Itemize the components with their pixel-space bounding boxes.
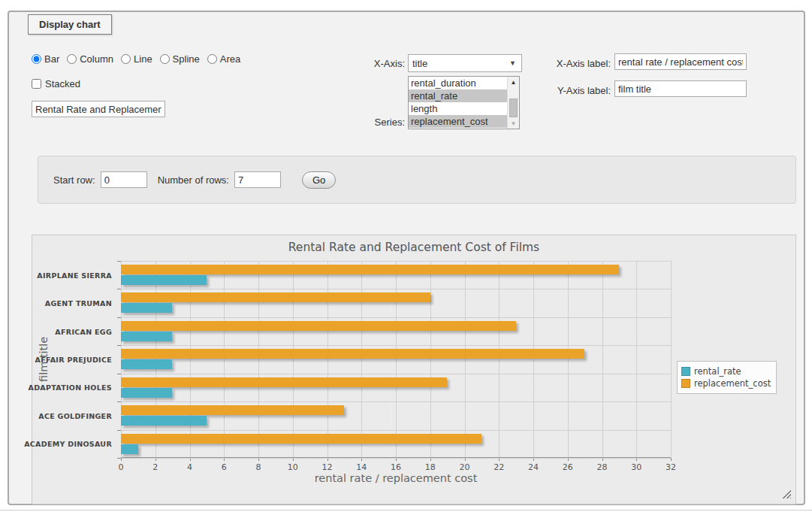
series-select-label: Series: xyxy=(348,117,405,128)
x-tick-label: 8 xyxy=(256,462,261,472)
x-axis-label-input[interactable] xyxy=(614,53,747,70)
scroll-down-icon[interactable]: ▼ xyxy=(508,118,519,129)
y-axis-label-label: Y-Axis label: xyxy=(494,85,611,96)
chart-title-input[interactable] xyxy=(32,101,165,117)
gridline xyxy=(533,261,534,457)
y-tick-mark xyxy=(117,289,121,289)
display-chart-fieldset: Display chart BarColumnLineSplineArea St… xyxy=(8,11,805,505)
category-label: AFRICAN EGG xyxy=(55,327,112,335)
series-multiselect[interactable]: rental_durationrental_ratelengthreplacem… xyxy=(408,76,520,129)
bar-replacement_cost xyxy=(121,377,447,387)
x-tick-mark xyxy=(671,458,672,461)
bar-rental_rate xyxy=(121,303,172,313)
x-axis-selected-value: title xyxy=(412,58,427,69)
x-tick-label: 10 xyxy=(288,462,298,472)
page-divider xyxy=(0,510,812,510)
series-option-rental_duration[interactable]: rental_duration xyxy=(409,77,507,89)
legend-swatch-icon xyxy=(681,379,690,388)
stacked-option[interactable]: Stacked xyxy=(32,78,80,89)
y-tick-mark xyxy=(117,458,121,459)
x-tick-label: 2 xyxy=(152,462,158,472)
bar-rental_rate xyxy=(121,332,172,341)
gridline xyxy=(121,401,671,402)
row-range-panel: Start row: Number of rows: Go xyxy=(38,156,796,204)
x-tick-label: 32 xyxy=(666,462,676,472)
y-tick-mark xyxy=(117,401,121,402)
radio-label: Area xyxy=(220,53,240,65)
radio-label: Spline xyxy=(173,53,200,65)
gridline xyxy=(430,261,431,457)
x-axis-title: rental rate / replacement cost xyxy=(315,472,478,484)
gridline xyxy=(396,261,397,457)
scrollbar-thumb[interactable] xyxy=(509,98,518,117)
radio-column[interactable] xyxy=(67,54,77,64)
x-tick-label: 28 xyxy=(597,462,608,472)
series-option-length[interactable]: length xyxy=(409,102,507,115)
y-tick-mark xyxy=(117,374,121,374)
gridline xyxy=(121,345,671,346)
legend-label: replacement_cost xyxy=(694,378,771,389)
x-tick-label: 24 xyxy=(528,462,539,472)
x-tick-label: 16 xyxy=(391,462,401,472)
gridline xyxy=(602,261,603,457)
series-option-replacement_cost[interactable]: replacement_cost xyxy=(409,115,507,128)
y-tick-mark xyxy=(117,345,121,346)
start-row-input[interactable] xyxy=(101,171,147,188)
gridline xyxy=(328,261,328,457)
bar-rental_rate xyxy=(121,359,172,369)
radio-label: Column xyxy=(80,53,113,65)
resize-handle[interactable] xyxy=(782,489,791,498)
chart-type-line[interactable]: Line xyxy=(121,53,152,65)
x-tick-label: 20 xyxy=(460,462,470,472)
bar-replacement_cost xyxy=(121,434,481,444)
legend-entry: replacement_cost xyxy=(681,378,771,389)
series-options: rental_durationrental_ratelengthreplacem… xyxy=(409,77,507,129)
legend-entry: rental_rate xyxy=(681,366,771,377)
legend-swatch-icon xyxy=(681,367,690,376)
gridline xyxy=(121,261,671,262)
gridline xyxy=(361,261,362,457)
x-tick-label: 6 xyxy=(222,462,227,472)
bar-replacement_cost xyxy=(121,349,584,359)
x-tick-label: 18 xyxy=(425,462,436,472)
radio-line[interactable] xyxy=(121,54,131,64)
bar-rental_rate xyxy=(121,275,207,285)
x-tick-label: 12 xyxy=(322,462,333,472)
gridline xyxy=(568,261,569,457)
go-button[interactable]: Go xyxy=(302,171,336,189)
gridline xyxy=(190,261,191,457)
gridline xyxy=(121,289,671,289)
gridline xyxy=(121,374,671,374)
radio-area[interactable] xyxy=(207,54,217,64)
start-row-label: Start row: xyxy=(53,174,95,186)
chart-type-bar[interactable]: Bar xyxy=(32,53,59,65)
x-tick-label: 4 xyxy=(187,462,192,472)
radio-bar[interactable] xyxy=(32,54,41,64)
bar-replacement_cost xyxy=(121,321,516,331)
gridline xyxy=(465,261,466,457)
x-axis-label-label: X-Axis label: xyxy=(494,58,611,69)
gridline xyxy=(293,261,294,457)
gridline xyxy=(121,430,671,431)
x-tick-label: 0 xyxy=(119,462,124,472)
plot-area xyxy=(121,261,671,458)
gridline xyxy=(499,261,500,457)
stacked-checkbox[interactable] xyxy=(32,79,41,89)
x-tick-label: 26 xyxy=(563,462,573,472)
radio-label: Line xyxy=(134,53,152,65)
radio-spline[interactable] xyxy=(160,54,170,64)
bar-replacement_cost xyxy=(121,265,619,274)
y-axis-label-input[interactable] xyxy=(614,80,747,97)
chart-legend: rental_ratereplacement_cost xyxy=(677,361,777,394)
x-tick-label: 22 xyxy=(494,462,504,472)
fieldset-legend: Display chart xyxy=(28,14,112,35)
chart-type-column[interactable]: Column xyxy=(67,53,113,65)
series-option-rental_rate[interactable]: rental_rate xyxy=(409,89,507,102)
bar-rental_rate xyxy=(121,444,138,454)
number-of-rows-input[interactable] xyxy=(234,171,281,188)
stacked-label: Stacked xyxy=(45,78,80,89)
chart-type-spline[interactable]: Spline xyxy=(160,53,200,65)
bar-replacement_cost xyxy=(121,405,344,415)
chart-type-area[interactable]: Area xyxy=(207,53,240,65)
gridline xyxy=(121,317,671,318)
